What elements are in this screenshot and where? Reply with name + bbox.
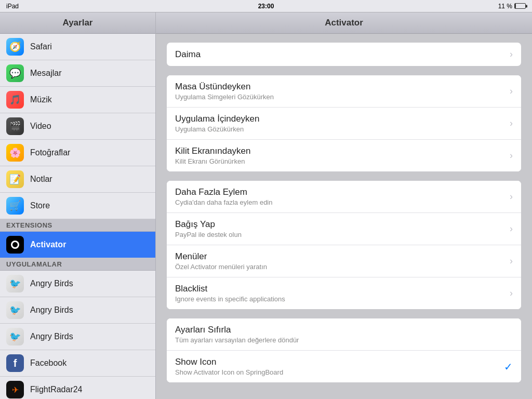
angrybirds3-icon: 🐦 — [6, 328, 24, 345]
list-item-subtitle-masa: Uygulama Simgeleri Gözükürken — [175, 93, 510, 101]
sidebar-item-music[interactable]: 🎵 Müzik — [0, 87, 155, 113]
sidebar-item-facebook[interactable]: f Facebook — [0, 350, 155, 377]
list-group-reset: Ayarları Sıfırla Tüm ayarları varsayılan… — [166, 318, 522, 383]
list-item-content-masa: Masa Üstündeyken Uygulama Simgeleri Gözü… — [175, 82, 510, 101]
list-item-title-show-icon: Show Icon — [175, 357, 504, 367]
sidebar-item-photos[interactable]: 🌸 Fotoğraflar — [0, 140, 155, 166]
section-header-apps: Uygulamalar — [0, 258, 155, 271]
safari-icon: 🧭 — [6, 38, 24, 56]
list-item-subtitle-blacklist: Ignore events in specific applications — [175, 295, 510, 303]
sidebar-item-video[interactable]: 🎬 Video — [0, 113, 155, 140]
flightradar-icon: ✈ — [6, 381, 24, 398]
content-area: Activator Daima › Masa Üstündeyken Uygul… — [156, 12, 532, 399]
content-header: Activator — [156, 12, 532, 34]
list-item-title-uygulama: Uygulama İçindeyken — [175, 114, 510, 124]
status-bar-time: 23:00 — [258, 3, 274, 10]
facebook-icon: f — [6, 354, 24, 372]
list-item-content-blacklist: Blacklist Ignore events in specific appl… — [175, 284, 510, 303]
list-item-kilit[interactable]: Kilit Ekranındayken Kilit Ekranı Görünür… — [167, 140, 521, 171]
content-body: Daima › Masa Üstündeyken Uygulama Simgel… — [156, 34, 532, 399]
sidebar-item-activator[interactable]: Activator — [0, 232, 155, 258]
sidebar-item-label-messages: Mesajlar — [30, 69, 61, 78]
list-item-daima[interactable]: Daima › — [167, 43, 521, 66]
status-bar-right: 11 % — [498, 3, 526, 10]
list-item-ayarlari-sifirla[interactable]: Ayarları Sıfırla Tüm ayarları varsayılan… — [167, 318, 521, 351]
list-item-subtitle-menuler: Özel Activator menüleri yaratın — [175, 263, 510, 271]
sidebar-item-label-angrybirds2: Angry Birds — [30, 305, 73, 315]
battery-icon — [514, 3, 526, 9]
list-item-content-daha-fazla: Daha Fazla Eylem Cydia'dan daha fazla ey… — [175, 187, 510, 206]
sidebar-item-label-activator: Activator — [30, 240, 66, 249]
status-bar-left: iPad — [6, 3, 19, 10]
sidebar-item-label-facebook: Facebook — [30, 358, 66, 368]
sidebar-item-label-angrybirds3: Angry Birds — [30, 332, 73, 341]
sidebar: Ayarlar 🧭 Safari 💬 Mesajlar 🎵 Müzik 🎬 Vi… — [0, 12, 156, 399]
list-group-daima: Daima › — [166, 42, 522, 66]
svg-point-1 — [12, 242, 18, 247]
list-group-context: Masa Üstündeyken Uygulama Simgeleri Gözü… — [166, 75, 522, 172]
sidebar-item-messages[interactable]: 💬 Mesajlar — [0, 60, 155, 87]
list-item-subtitle-kilit: Kilit Ekranı Görünürken — [175, 157, 510, 165]
sidebar-item-safari[interactable]: 🧭 Safari — [0, 34, 155, 60]
chevron-blacklist: › — [510, 288, 513, 299]
angrybirds1-icon: 🐦 — [6, 275, 24, 292]
list-item-blacklist[interactable]: Blacklist Ignore events in specific appl… — [167, 277, 521, 309]
list-item-title-menuler: Menüler — [175, 251, 510, 262]
chevron-masa: › — [510, 86, 513, 97]
list-item-content-bagis: Bağış Yap PayPal ile destek olun — [175, 219, 510, 238]
sidebar-item-store[interactable]: 🛒 Store — [0, 193, 155, 219]
list-item-subtitle-daha-fazla: Cydia'dan daha fazla eylem edin — [175, 198, 510, 206]
sidebar-item-label-safari: Safari — [30, 42, 52, 51]
battery-percent: 11 % — [498, 3, 512, 10]
photos-icon: 🌸 — [6, 144, 24, 162]
sidebar-item-flightradar[interactable]: ✈ FlightRadar24 — [0, 377, 155, 399]
list-item-content-menuler: Menüler Özel Activator menüleri yaratın — [175, 251, 510, 271]
sidebar-item-angrybirds1[interactable]: 🐦 Angry Birds — [0, 271, 155, 297]
battery-fill — [515, 4, 516, 8]
list-item-subtitle-show-icon: Show Activator Icon on SpringBoard — [175, 368, 504, 376]
music-icon: 🎵 — [6, 91, 24, 109]
list-item-show-icon[interactable]: Show Icon Show Activator Icon on SpringB… — [167, 351, 521, 382]
list-item-menuler[interactable]: Menüler Özel Activator menüleri yaratın … — [167, 245, 521, 277]
sidebar-item-notes[interactable]: 📝 Notlar — [0, 166, 155, 193]
section-header-extensions: Extensions — [0, 219, 155, 232]
list-item-content-kilit: Kilit Ekranındayken Kilit Ekranı Görünür… — [175, 146, 510, 165]
activator-icon — [6, 236, 24, 254]
sidebar-item-angrybirds3[interactable]: 🐦 Angry Birds — [0, 324, 155, 350]
sidebar-item-label-notes: Notlar — [30, 175, 52, 184]
notes-icon: 📝 — [6, 170, 24, 188]
list-group-extras: Daha Fazla Eylem Cydia'dan daha fazla ey… — [166, 180, 522, 310]
chevron-daima: › — [510, 49, 513, 60]
sidebar-item-label-angrybirds1: Angry Birds — [30, 279, 73, 288]
list-item-uygulama[interactable]: Uygulama İçindeyken Uygulama Gözükürken … — [167, 108, 521, 140]
sidebar-item-angrybirds2[interactable]: 🐦 Angry Birds — [0, 297, 155, 324]
list-item-bagis[interactable]: Bağış Yap PayPal ile destek olun › — [167, 213, 521, 245]
angrybirds2-icon: 🐦 — [6, 301, 24, 319]
sidebar-item-label-music: Müzik — [30, 95, 52, 104]
list-item-content-uygulama: Uygulama İçindeyken Uygulama Gözükürken — [175, 114, 510, 133]
sidebar-header: Ayarlar — [0, 12, 155, 34]
list-item-subtitle-uygulama: Uygulama Gözükürken — [175, 125, 510, 133]
list-item-content-show-icon: Show Icon Show Activator Icon on SpringB… — [175, 357, 504, 376]
list-item-title-kilit: Kilit Ekranındayken — [175, 146, 510, 156]
chevron-daha-fazla: › — [510, 191, 513, 202]
list-item-title-ayarlari-sifirla: Ayarları Sıfırla — [175, 325, 513, 335]
list-item-title-daha-fazla: Daha Fazla Eylem — [175, 187, 510, 197]
list-item-content-daima: Daima — [175, 49, 510, 60]
sidebar-item-label-video: Video — [30, 122, 51, 131]
sidebar-item-label-photos: Fotoğraflar — [30, 148, 70, 157]
list-item-title-bagis: Bağış Yap — [175, 219, 510, 230]
messages-icon: 💬 — [6, 64, 24, 82]
chevron-kilit: › — [510, 150, 513, 161]
list-item-title-masa: Masa Üstündeyken — [175, 82, 510, 92]
list-item-title-blacklist: Blacklist — [175, 284, 510, 294]
chevron-bagis: › — [510, 223, 513, 234]
main-container: Ayarlar 🧭 Safari 💬 Mesajlar 🎵 Müzik 🎬 Vi… — [0, 12, 532, 399]
chevron-uygulama: › — [510, 118, 513, 129]
list-item-content-ayarlari-sifirla: Ayarları Sıfırla Tüm ayarları varsayılan… — [175, 325, 513, 344]
sidebar-item-label-flightradar: FlightRadar24 — [30, 385, 83, 394]
status-bar: iPad 23:00 11 % — [0, 0, 532, 12]
list-item-daha-fazla[interactable]: Daha Fazla Eylem Cydia'dan daha fazla ey… — [167, 181, 521, 213]
list-item-subtitle-ayarlari-sifirla: Tüm ayarları varsayılan değerlere döndür — [175, 336, 513, 344]
list-item-masa[interactable]: Masa Üstündeyken Uygulama Simgeleri Gözü… — [167, 75, 521, 108]
